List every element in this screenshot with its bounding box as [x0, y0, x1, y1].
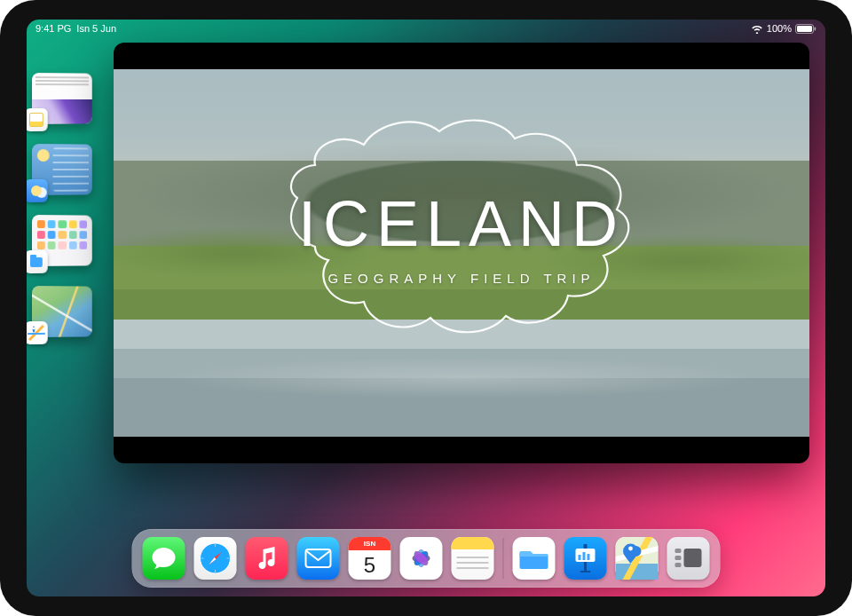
svg-rect-27	[584, 562, 587, 571]
stage-thumb-notes[interactable]	[32, 73, 92, 124]
svg-point-4	[33, 328, 36, 330]
svg-rect-33	[675, 563, 682, 567]
svg-rect-25	[583, 552, 586, 560]
svg-rect-26	[588, 554, 590, 560]
stage-manager-stack	[32, 73, 103, 337]
calendar-day-label: ISN	[349, 537, 391, 550]
stage-thumb-files[interactable]	[32, 215, 92, 266]
slide-subtitle: GEOGRAPHY FIELD TRIP	[114, 271, 809, 286]
stage-thumb-maps[interactable]	[32, 286, 92, 337]
svg-rect-32	[675, 556, 682, 560]
svg-rect-2	[815, 27, 816, 30]
dock: ISN 5	[132, 529, 721, 588]
svg-rect-1	[797, 26, 812, 32]
status-battery-text: 100%	[767, 23, 792, 34]
stage-thumb-weather[interactable]	[32, 144, 92, 195]
ipad-frame: 9:41 PG Isn 5 Jun 100%	[0, 0, 852, 616]
notes-icon	[27, 108, 48, 131]
weather-icon	[27, 179, 48, 202]
status-time: 9:41 PG	[36, 23, 71, 34]
ipad-screen: 9:41 PG Isn 5 Jun 100%	[27, 20, 825, 596]
calendar-day-number: 5	[349, 550, 391, 580]
svg-rect-34	[684, 549, 702, 567]
dock-app-notes[interactable]	[452, 537, 494, 580]
files-icon	[27, 250, 48, 273]
battery-icon	[795, 24, 816, 34]
maps-icon	[27, 321, 48, 344]
dock-separator	[503, 538, 504, 579]
status-bar: 9:41 PG Isn 5 Jun 100%	[36, 23, 816, 34]
dock-app-photos[interactable]	[400, 537, 443, 580]
svg-rect-31	[675, 549, 682, 553]
svg-point-30	[628, 547, 633, 551]
slide-title: ICELAND	[114, 187, 809, 260]
dock-app-safari[interactable]	[194, 537, 237, 580]
dock-app-files[interactable]	[513, 537, 556, 580]
svg-rect-28	[580, 571, 591, 573]
keynote-window[interactable]: ICELAND GEOGRAPHY FIELD TRIP	[114, 43, 809, 463]
dock-app-maps[interactable]	[616, 537, 659, 580]
dock-app-calendar[interactable]: ISN 5	[349, 537, 391, 580]
status-date: Isn 5 Jun	[76, 23, 116, 34]
wifi-icon	[751, 24, 763, 34]
dock-app-keynote[interactable]	[564, 537, 607, 580]
svg-rect-22	[584, 544, 588, 549]
svg-rect-13	[306, 549, 331, 567]
dock-app-messages[interactable]	[143, 537, 185, 580]
dock-app-stage-manager[interactable]	[667, 537, 710, 580]
svg-rect-24	[579, 555, 581, 560]
dock-app-music[interactable]	[246, 537, 288, 580]
dock-app-mail[interactable]	[297, 537, 340, 580]
